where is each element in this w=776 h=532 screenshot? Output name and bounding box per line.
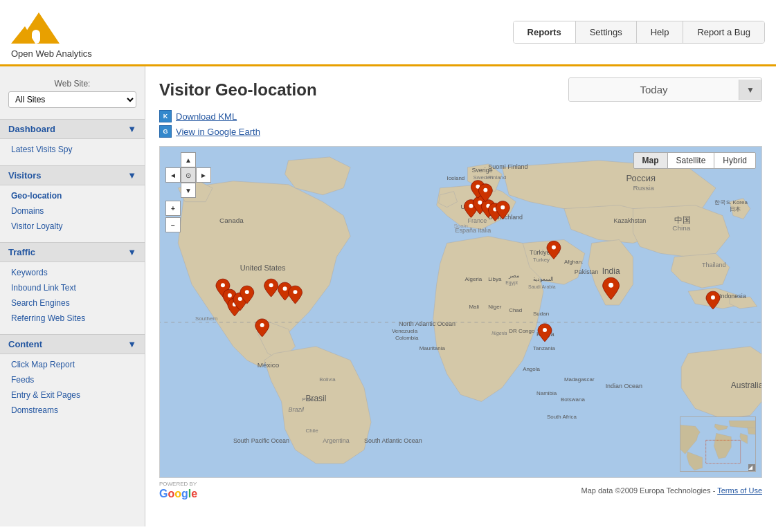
sidebar-link-click-map-report[interactable]: Click Map Report — [0, 357, 145, 372]
site-selector: Web Site: All Sites — [0, 73, 145, 113]
svg-point-70 — [228, 293, 232, 297]
svg-text:Turkey: Turkey — [533, 257, 550, 263]
sidebar-link-domains[interactable]: Domains — [0, 203, 145, 219]
earth-icon: G — [159, 125, 172, 138]
sidebar-link-visitor-loyalty[interactable]: Visitor Loyalty — [0, 219, 145, 234]
svg-text:Egypt: Egypt — [505, 280, 518, 286]
sidebar-content-links: Click Map Report Feeds Entry & Exit Page… — [0, 354, 145, 421]
map-type-controls: Map Satellite Hybrid — [633, 152, 756, 169]
view-google-earth-row: G View in Google Earth — [159, 125, 762, 138]
svg-text:Chile: Chile — [305, 428, 318, 434]
zoom-center-button[interactable]: ⊙ — [181, 167, 196, 183]
svg-text:Madagascar: Madagascar — [564, 376, 595, 383]
page-title: Visitor Geo-location — [159, 80, 317, 100]
svg-text:Botswana: Botswana — [561, 396, 586, 403]
download-kml-link[interactable]: Download KML — [176, 111, 237, 122]
sidebar-section-content-header[interactable]: Content ▼ — [0, 334, 145, 354]
svg-text:Iceland: Iceland — [447, 175, 465, 181]
map-container[interactable]: United States Canada México Brasil Brazi… — [159, 146, 762, 478]
svg-text:한국: 한국 — [714, 199, 725, 205]
map-type-satellite-button[interactable]: Satellite — [668, 153, 715, 168]
logo-icon — [11, 6, 66, 47]
svg-text:Mauritania: Mauritania — [419, 345, 446, 351]
kml-icon: K — [159, 110, 172, 122]
svg-point-72 — [238, 297, 242, 301]
svg-text:Algeria: Algeria — [464, 276, 482, 282]
svg-text:Tanzania: Tanzania — [533, 345, 555, 351]
sidebar-link-entry-exit-pages[interactable]: Entry & Exit Pages — [0, 387, 145, 403]
sidebar-link-feeds[interactable]: Feeds — [0, 372, 145, 387]
svg-text:North Atlantic Ocean: North Atlantic Ocean — [399, 320, 455, 327]
sidebar-section-traffic-header[interactable]: Traffic ▼ — [0, 242, 145, 262]
sidebar-link-search-engines[interactable]: Search Engines — [0, 295, 145, 311]
svg-text:México: México — [258, 361, 280, 369]
view-google-earth-link[interactable]: View in Google Earth — [176, 127, 260, 137]
page-header: Visitor Geo-location Today ▼ — [159, 77, 762, 102]
sidebar-section-dashboard: Dashboard ▼ Latest Visits Spy — [0, 119, 145, 160]
svg-text:Brazil: Brazil — [289, 406, 305, 413]
nav-help-button[interactable]: Help — [637, 21, 684, 43]
nav-report-bug-button[interactable]: Report a Bug — [683, 21, 764, 43]
svg-point-76 — [294, 290, 298, 294]
svg-text:DR Congo: DR Congo — [509, 328, 535, 334]
svg-text:Italia: Italia — [478, 227, 491, 234]
zoom-out-button[interactable]: − — [165, 217, 181, 232]
svg-point-82 — [500, 205, 505, 210]
sidebar-section-dashboard-header[interactable]: Dashboard ▼ — [0, 119, 145, 139]
svg-text:Peru: Peru — [302, 396, 314, 403]
svg-point-85 — [543, 328, 547, 332]
map-footer: POWERED BY Google Map data ©2009 Europa … — [159, 481, 762, 500]
google-logo: Google — [159, 488, 197, 500]
mini-map-resize-handle[interactable]: ◢ — [748, 464, 755, 471]
sidebar-section-visitors-header[interactable]: Visitors ▼ — [0, 165, 145, 185]
sidebar-link-inbound-link-text[interactable]: Inbound Link Text — [0, 280, 145, 295]
sidebar-section-traffic-label: Traffic — [8, 247, 35, 257]
svg-point-73 — [245, 290, 249, 294]
svg-text:Libya: Libya — [488, 276, 502, 282]
zoom-left-button[interactable]: ◄ — [165, 167, 181, 183]
site-selector-label: Web Site: — [8, 79, 136, 89]
mini-map: ◢ — [680, 416, 756, 472]
svg-text:中国: 中国 — [674, 215, 691, 225]
nav-settings-button[interactable]: Settings — [576, 21, 637, 43]
sidebar-link-domstreams[interactable]: Domstreams — [0, 403, 145, 418]
google-powered-area: POWERED BY Google — [159, 481, 197, 500]
svg-text:S. Korea: S. Korea — [726, 199, 748, 205]
svg-point-88 — [483, 188, 487, 192]
date-dropdown-button[interactable]: ▼ — [739, 80, 761, 100]
sidebar-dashboard-links: Latest Visits Spy — [0, 139, 145, 160]
svg-text:South Africa: South Africa — [547, 414, 577, 420]
logo-text: Open Web Analytics — [11, 48, 92, 59]
date-selector[interactable]: Today ▼ — [568, 77, 762, 102]
zoom-down-button[interactable]: ▼ — [181, 183, 196, 198]
svg-text:Argentina: Argentina — [323, 437, 349, 444]
nav-reports-button[interactable]: Reports — [514, 21, 576, 43]
svg-text:South Pacific Ocean: South Pacific Ocean — [233, 437, 289, 444]
powered-by-label: POWERED BY — [159, 481, 197, 487]
svg-point-75 — [283, 286, 287, 291]
zoom-in-button[interactable]: + — [165, 201, 181, 216]
map-credits-area: Map data ©2009 Europa Technologies - Ter… — [581, 486, 762, 495]
kml-links: K Download KML G View in Google Earth — [159, 110, 762, 138]
sidebar-section-content-label: Content — [8, 339, 42, 349]
zoom-right-button[interactable]: ► — [196, 167, 211, 183]
sidebar-link-latest-visits-spy[interactable]: Latest Visits Spy — [0, 142, 145, 157]
map-type-map-button[interactable]: Map — [634, 153, 668, 168]
svg-text:Australia: Australia — [731, 380, 761, 390]
nav-buttons: Reports Settings Help Report a Bug — [513, 21, 765, 44]
sidebar-link-geo-location[interactable]: Geo-location — [0, 188, 145, 203]
svg-text:日本: 日本 — [730, 206, 741, 212]
map-type-hybrid-button[interactable]: Hybrid — [714, 153, 755, 168]
sidebar-link-referring-web-sites[interactable]: Referring Web Sites — [0, 311, 145, 326]
sidebar-link-keywords[interactable]: Keywords — [0, 265, 145, 280]
svg-point-79 — [478, 201, 482, 205]
site-selector-dropdown[interactable]: All Sites — [8, 91, 136, 108]
svg-text:Colombia: Colombia — [395, 335, 419, 341]
world-map: United States Canada México Brasil Brazi… — [160, 147, 761, 477]
zoom-up-button[interactable]: ▲ — [181, 152, 196, 167]
sidebar-section-traffic: Traffic ▼ Keywords Inbound Link Text Sea… — [0, 242, 145, 329]
svg-text:مصر: مصر — [508, 273, 519, 279]
terms-of-use-link[interactable]: Terms of Use — [717, 486, 762, 495]
svg-text:Kazakhstan: Kazakhstan — [614, 217, 647, 224]
svg-text:Suomi Finland: Suomi Finland — [488, 163, 527, 170]
